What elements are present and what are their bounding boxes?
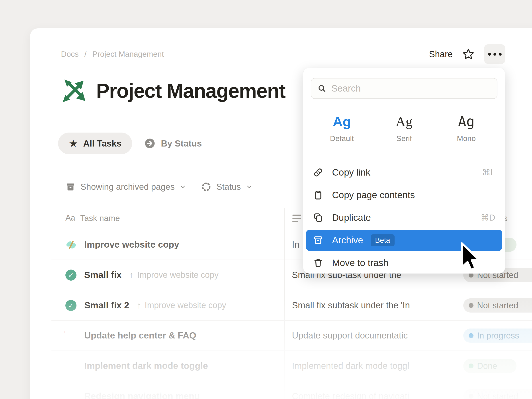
chevron-down-icon <box>246 184 253 190</box>
font-picker: Ag Default Ag Serif Ag Mono <box>311 111 497 143</box>
breadcrumb-docs[interactable]: Docs <box>61 50 79 58</box>
share-button[interactable]: Share <box>429 49 453 59</box>
task-description[interactable]: Complete redesign of navigati <box>292 381 454 399</box>
status-badge[interactable]: Not started <box>463 298 532 313</box>
menu-item-copy-page-contents[interactable]: Copy page contents <box>306 184 502 206</box>
status-spinner-icon <box>201 182 211 192</box>
keyboard-shortcut: ⌘L <box>482 168 495 177</box>
tab-by-status[interactable]: By Status <box>144 138 202 149</box>
trash-icon <box>313 258 323 268</box>
fairy-emoji-icon <box>65 239 77 251</box>
task-name[interactable]: Small fix <box>84 270 122 280</box>
task-name[interactable]: Implement dark mode toggle <box>84 361 208 371</box>
task-name[interactable]: Update help center & FAQ <box>84 330 196 341</box>
tab-label: By Status <box>161 139 202 149</box>
table-row[interactable]: Implement dark mode toggle Implemented d… <box>51 351 532 381</box>
duplicate-icon <box>313 213 323 223</box>
tab-all-tasks[interactable]: ★ All Tasks <box>58 133 132 154</box>
text-type-icon: Aa <box>65 213 75 222</box>
font-option-serif[interactable]: Ag Serif <box>380 111 429 143</box>
archive-icon <box>313 235 323 245</box>
red-book-emoji-icon <box>65 330 77 342</box>
status-badge[interactable]: Done <box>463 359 516 373</box>
task-name[interactable]: Redesign navigation menu <box>84 391 200 399</box>
blue-emoji-icon <box>65 391 77 399</box>
page-icon[interactable] <box>60 77 88 105</box>
arrow-up-icon: ↑ <box>137 300 141 310</box>
arrow-up-icon: ↑ <box>129 270 134 280</box>
more-options-icon <box>488 53 491 56</box>
status-badge[interactable]: In progress <box>463 329 532 343</box>
arrow-circle-icon <box>144 138 156 149</box>
clipboard-icon <box>313 190 323 200</box>
parent-task-link[interactable]: ↑ Improve website copy <box>137 300 226 310</box>
tab-label: All Tasks <box>83 139 121 149</box>
filter-status[interactable]: Status <box>201 182 253 192</box>
status-dot <box>469 303 474 308</box>
beta-badge: Beta <box>371 234 395 246</box>
task-description[interactable]: Small fix subtask under the 'In <box>292 290 454 320</box>
notion-page: Docs / Project Management Share Proj <box>0 0 532 399</box>
status-dot <box>469 333 474 338</box>
menu-item-duplicate[interactable]: Duplicate ⌘D <box>306 207 502 228</box>
page-title[interactable]: Project Management <box>96 80 285 102</box>
status-dot <box>469 394 474 399</box>
filter-archived-pages[interactable]: Showing archived pages <box>65 182 186 192</box>
font-option-mono[interactable]: Ag Mono <box>442 111 491 143</box>
check-circle-icon: ✓ <box>65 300 77 311</box>
parent-task-link[interactable]: ↑ Improve website copy <box>129 270 219 280</box>
table-row[interactable]: Update help center & FAQ Update support … <box>51 321 532 351</box>
page-title-row: Project Management <box>60 76 285 105</box>
topbar-actions: Share <box>412 44 505 64</box>
task-description[interactable]: Implemented dark mode toggl <box>292 351 454 381</box>
table-row[interactable]: ✓ Small fix 2 ↑ Improve website copy Sma… <box>51 290 532 321</box>
ninja-emoji-icon <box>65 361 77 372</box>
task-name[interactable]: Small fix 2 <box>84 300 129 310</box>
archive-box-icon <box>65 182 76 192</box>
status-dot <box>469 364 474 368</box>
status-badge[interactable]: Not started <box>463 389 532 399</box>
font-option-default[interactable]: Ag Default <box>317 111 366 143</box>
task-description[interactable]: Update support documentatic <box>292 321 454 350</box>
breadcrumb: Docs / Project Management <box>61 48 164 60</box>
link-icon <box>313 167 323 177</box>
keyboard-shortcut: ⌘D <box>481 213 495 222</box>
favorite-star-icon[interactable] <box>462 47 475 61</box>
text-lines-icon[interactable] <box>292 215 301 224</box>
column-header-task-name[interactable]: Task name <box>80 214 120 223</box>
breadcrumb-separator: / <box>84 50 87 58</box>
task-name[interactable]: Improve website copy <box>84 239 179 250</box>
filter-label: Showing archived pages <box>81 182 175 192</box>
view-tabs: ★ All Tasks By Status <box>58 133 202 154</box>
filter-label: Status <box>216 182 241 192</box>
check-circle-icon: ✓ <box>65 270 77 281</box>
filter-bar: Showing archived pages Status <box>65 179 253 195</box>
table-row[interactable]: Redesign navigation menu Complete redesi… <box>51 381 532 399</box>
menu-search[interactable] <box>311 78 497 99</box>
menu-item-copy-link[interactable]: Copy link ⌘L <box>306 162 502 183</box>
chevron-down-icon <box>180 184 186 190</box>
mouse-cursor <box>457 241 480 273</box>
more-options-button[interactable] <box>484 44 505 64</box>
search-icon <box>317 83 326 93</box>
search-input[interactable] <box>331 83 491 94</box>
star-icon: ★ <box>69 138 78 149</box>
breadcrumb-project-management[interactable]: Project Management <box>92 50 164 58</box>
